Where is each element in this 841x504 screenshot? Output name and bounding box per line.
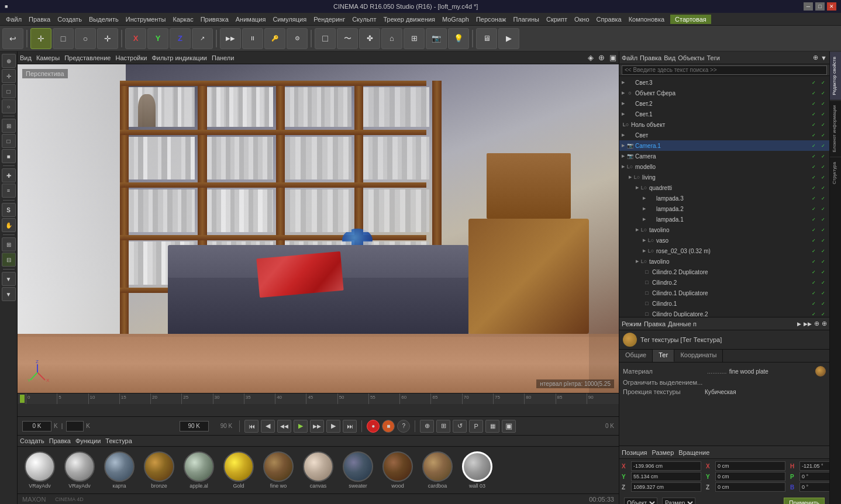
tree-item-rose-02-03--0-32-m-[interactable]: ▶L○rose_02_03 (0.32 m)✓✓: [619, 246, 829, 256]
rp-menu-edit[interactable]: Правка: [640, 54, 661, 61]
lt-move[interactable]: ✛: [2, 69, 16, 83]
lt-bottom2[interactable]: ▼: [2, 287, 16, 301]
deform-button[interactable]: ⌂: [381, 28, 402, 49]
light-btn[interactable]: 💡: [448, 28, 469, 49]
spline-button[interactable]: 〜: [337, 28, 358, 49]
vp-menu-cameras[interactable]: Камеры: [36, 54, 60, 61]
material-item-fine wo[interactable]: fine wo: [261, 451, 296, 489]
tree-item-----[interactable]: ▶Свет✓✓: [619, 130, 829, 140]
vp-menu-represent[interactable]: Представление: [64, 54, 111, 61]
rb-menu-edit[interactable]: Правка: [644, 320, 666, 327]
nurbs-button[interactable]: ✤: [359, 28, 380, 49]
mat-menu-texture[interactable]: Текстура: [105, 437, 132, 444]
prev-frame-button[interactable]: ◀: [261, 420, 275, 433]
menu-item-плагины[interactable]: Плагины: [509, 15, 543, 24]
tp-pos-x-input[interactable]: [631, 461, 701, 471]
rp-menu-objects[interactable]: Объекты: [678, 54, 704, 61]
select-tool-button[interactable]: ✛: [97, 28, 118, 49]
material-item-bronze[interactable]: bronze: [142, 451, 177, 489]
tree-item-Cilindro-1[interactable]: □Cilindro.1✓✓: [619, 298, 829, 309]
rb-icon-2[interactable]: ▶▶: [804, 321, 812, 327]
add-key-button[interactable]: ⊕: [420, 420, 434, 433]
tree-item------2[interactable]: ▶Свет.2✓✓: [619, 98, 829, 109]
menu-item-компоновка[interactable]: Компоновка: [625, 15, 668, 24]
material-item-apple.al[interactable]: apple.al: [181, 451, 216, 489]
frame-input-2[interactable]: [66, 421, 84, 431]
stop-button[interactable]: ■: [382, 420, 395, 433]
mat-menu-functions[interactable]: Функции: [75, 437, 101, 444]
lt-object[interactable]: □: [2, 134, 16, 148]
tree-item-lampada-1[interactable]: ▶lampada.1✓✓: [619, 214, 829, 225]
tp-size-label[interactable]: Размер: [652, 449, 674, 456]
tp-size-select[interactable]: Размер: [662, 498, 695, 504]
tree-item------------[interactable]: L○Ноль объект✓✓: [619, 119, 829, 130]
fr-tab-editor[interactable]: Редактор свойств: [830, 51, 842, 100]
tree-item-Camera-1[interactable]: ▶📷Camera.1✓✓: [619, 140, 829, 151]
material-item-sweater[interactable]: sweater: [340, 451, 375, 489]
menu-item-инструменты[interactable]: Инструменты: [122, 15, 170, 24]
key-mgr-button[interactable]: ⊞: [436, 420, 450, 433]
lt-bottom[interactable]: ▼: [2, 272, 16, 286]
vp-menu-settings[interactable]: Настройки: [115, 54, 147, 61]
rp-menu-view[interactable]: Вид: [664, 54, 675, 61]
end-frame-display[interactable]: [180, 421, 209, 431]
record-red-button[interactable]: ●: [367, 420, 380, 433]
play-rev-button[interactable]: ◀◀: [277, 420, 291, 433]
tree-item-Cilindro-1-Duplicatore[interactable]: □Cilindro.1 Duplicatore✓✓: [619, 288, 829, 298]
move-tool-button[interactable]: ✛: [30, 28, 51, 49]
material-item-карта[interactable]: карта: [102, 451, 137, 489]
rp-menu-file[interactable]: Файл: [622, 54, 637, 61]
tree-item------1[interactable]: ▶Свет.1✓✓: [619, 109, 829, 119]
menu-item-выделить[interactable]: Выделить: [85, 15, 122, 24]
menu-item-персонаж[interactable]: Персонаж: [473, 15, 509, 24]
tree-item-Cilindro-2-Duplicatore[interactable]: □Cilindro.2 Duplicatore✓✓: [619, 267, 829, 277]
menu-item-анимация[interactable]: Анимация: [232, 15, 270, 24]
tp-apply-button[interactable]: Применить: [784, 498, 825, 504]
tree-item-------------[interactable]: ▶○Объект Сфера✓✓: [619, 88, 829, 98]
tree-item-tavolino[interactable]: ▶L○tavolino✓✓: [619, 225, 829, 235]
lt-scale[interactable]: □: [2, 84, 16, 98]
lt-rotate[interactable]: ○: [2, 99, 16, 113]
help-button[interactable]: ?: [397, 420, 410, 433]
pb-icon-6[interactable]: ▦: [485, 420, 499, 433]
tree-item-Cilindro-2[interactable]: □Cilindro.2✓✓: [619, 277, 829, 288]
tp-size-y-input[interactable]: [715, 472, 785, 481]
tree-item-Cilindro-Duplicatore-2[interactable]: □Cilindro Duplicatore.2✓✓: [619, 309, 829, 317]
rp-icon-2[interactable]: ▼: [821, 54, 827, 61]
pb-icon-5[interactable]: P: [469, 420, 483, 433]
array-button[interactable]: ⊞: [404, 28, 425, 49]
material-item-Gold[interactable]: Gold: [221, 451, 256, 489]
rb-tab-general[interactable]: Общие: [619, 350, 653, 362]
menu-item-привязка[interactable]: Привязка: [197, 15, 232, 24]
material-item-VRayAdv[interactable]: VRayAdv: [62, 451, 97, 489]
tp-rotation-label[interactable]: Вращение: [678, 449, 709, 456]
tp-pos-y-input[interactable]: [631, 472, 701, 481]
timeline-ruler[interactable]: 051015202530354045505560657075808590: [18, 393, 619, 404]
object-tree[interactable]: ▶Свет.3✓✓▶○Объект Сфера✓✓▶Свет.2✓✓▶Свет.…: [619, 76, 829, 317]
render-button[interactable]: ▶: [498, 28, 519, 49]
next-frame-button[interactable]: ▶: [326, 420, 340, 433]
axis-x-button[interactable]: X: [125, 28, 146, 49]
pb-icon-7[interactable]: ▣: [502, 420, 516, 433]
menu-item-стартовая[interactable]: Стартовая: [670, 15, 711, 24]
world-button[interactable]: ↗: [192, 28, 213, 49]
tree-item-living[interactable]: ▶L○living✓✓: [619, 172, 829, 182]
fr-tab-structure[interactable]: Структура: [830, 157, 842, 189]
tree-item-Camera[interactable]: ▶📷Camera✓✓: [619, 151, 829, 161]
vp-menu-vид[interactable]: Вид: [20, 54, 32, 61]
menu-item-рендеринг[interactable]: Рендеринг: [310, 15, 349, 24]
rb-tab-tag[interactable]: Тег: [653, 350, 674, 362]
cube-button[interactable]: □: [315, 28, 336, 49]
vp-icon-1[interactable]: ◈: [588, 53, 594, 62]
tp-position-label[interactable]: Позиция: [622, 449, 647, 456]
tree-item-vaso[interactable]: ▶L○vaso✓✓: [619, 235, 829, 246]
lt-model[interactable]: ⊞: [2, 119, 16, 133]
tree-item-lampada-3[interactable]: ▶lampada.3✓✓: [619, 193, 829, 203]
vp-icon-2[interactable]: ⊕: [598, 53, 605, 62]
axis-z-button[interactable]: Z: [170, 28, 191, 49]
close-button[interactable]: ✕: [827, 2, 836, 11]
rb-icon-1[interactable]: ▶: [797, 321, 801, 327]
play-fwd-button[interactable]: ▶▶: [310, 420, 324, 433]
material-item-VRayAdv[interactable]: VRayAdv: [22, 451, 57, 489]
rp-icon-1[interactable]: ⊕: [813, 54, 818, 61]
